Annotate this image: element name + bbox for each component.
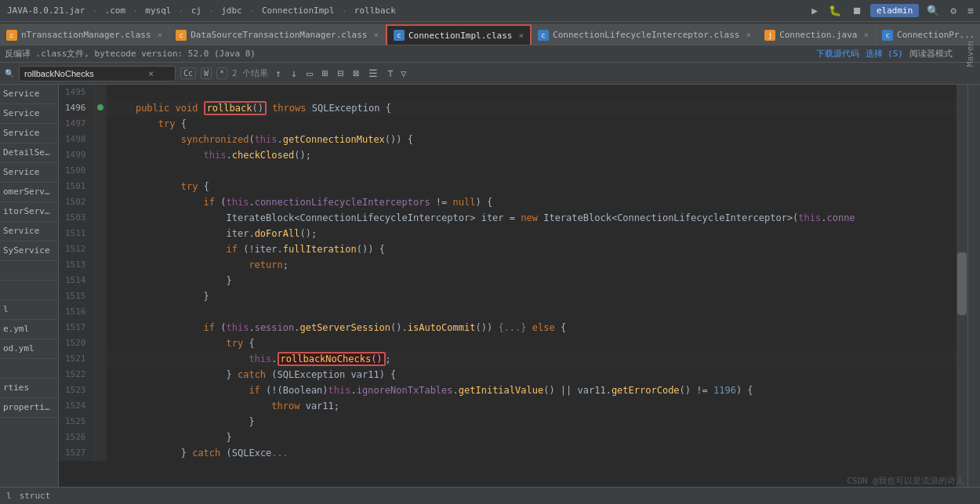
sidebar-item-eyml[interactable]: e.yml	[0, 320, 58, 339]
tab-connectionlifecycle[interactable]: c ConnectionLifecycleInterceptor.class ×	[532, 24, 758, 45]
search-option4-icon[interactable]: ☰	[366, 67, 380, 79]
rollbacknochecks-highlight: rollbackNoChecks()	[278, 352, 386, 366]
code-content: this.checkClosed();	[107, 147, 967, 163]
pkg-connectionimpl[interactable]: ConnectionImpl	[258, 4, 339, 17]
line-gutter	[94, 147, 107, 163]
table-row: 1520 try {	[59, 335, 967, 351]
line-gutter	[94, 273, 107, 288]
table-row: 1511 iter.doForAll();	[59, 226, 967, 241]
search-prev-button[interactable]: ↑	[273, 67, 284, 79]
code-scroll[interactable]: 1495 1496 public void rollback() throws …	[59, 85, 967, 504]
search-btn-w[interactable]: W	[201, 67, 212, 79]
search-option5-icon[interactable]: ⊤	[385, 67, 396, 79]
sidebar-item-service2[interactable]: Service	[0, 104, 58, 124]
code-content: throw var11;	[107, 398, 967, 414]
tab-ntransactionmanager[interactable]: c nTransactionManager.class ×	[0, 24, 169, 45]
line-gutter	[94, 100, 107, 116]
line-number: 1525	[59, 414, 94, 430]
line-number: 1498	[59, 132, 94, 147]
pkg-com[interactable]: .com	[101, 4, 130, 17]
search-btn-cc[interactable]: Cc	[180, 67, 196, 79]
code-content: try {	[107, 116, 967, 132]
table-row: 1515 }	[59, 288, 967, 304]
code-content: }	[107, 414, 967, 430]
tab-close-5[interactable]: ×	[863, 30, 869, 40]
sidebar-item-omerservice[interactable]: omerService	[0, 183, 58, 202]
search-global-icon[interactable]: 🔍	[924, 3, 942, 18]
pkg-mysql[interactable]: mysql	[141, 4, 175, 17]
run-button[interactable]: ▶	[808, 3, 821, 18]
table-row: 1516	[59, 304, 967, 320]
tab-label: ConnectionPr...	[897, 30, 975, 40]
filter-icon[interactable]: ▽	[401, 68, 406, 79]
line-gutter	[94, 398, 107, 414]
sidebar-item-service6[interactable]: Service	[0, 222, 58, 241]
line-number: 1500	[59, 163, 94, 179]
line-gutter	[94, 241, 107, 257]
menu-icon[interactable]: ≡	[964, 3, 977, 18]
vertical-scrollbar[interactable]	[956, 85, 967, 504]
sidebar-item-itorservice[interactable]: itorService	[0, 202, 58, 222]
debug-button[interactable]: 🐛	[826, 3, 844, 18]
settings-icon[interactable]: ⚙	[947, 3, 960, 18]
search-result-count: 2 个结果	[232, 67, 268, 79]
sidebar-item-service1[interactable]: Service	[0, 85, 58, 104]
download-source-button[interactable]: 下载源代码	[816, 48, 859, 60]
tab-connectionimpl[interactable]: c ConnectionImpl.class ×	[386, 24, 532, 45]
tab-icon-orange: c	[6, 30, 17, 41]
search-clear-icon[interactable]: ×	[145, 68, 157, 79]
sidebar-item-service5[interactable]: Service	[0, 163, 58, 183]
tab-close-3[interactable]: ×	[518, 31, 524, 41]
search-next-button[interactable]: ↓	[289, 67, 299, 79]
search-btn-star[interactable]: *	[216, 67, 227, 79]
sidebar-item-rties[interactable]: rties	[0, 379, 58, 398]
line-gutter	[94, 163, 107, 179]
search-scope-icon[interactable]: ▭	[304, 67, 315, 79]
line-number: 1502	[59, 194, 94, 210]
search-option3-icon[interactable]: ⊠	[351, 67, 362, 79]
line-gutter	[94, 116, 107, 132]
table-row: 1517 if (this.session.getServerSession()…	[59, 320, 967, 335]
sidebar-item-properties[interactable]: properties	[0, 398, 58, 418]
code-content	[107, 304, 967, 320]
stop-button[interactable]: ⏹	[849, 3, 866, 18]
search-option1-icon[interactable]: ⊞	[320, 67, 331, 79]
line-gutter	[94, 414, 107, 430]
select-button[interactable]: 选择 (S)	[866, 48, 904, 60]
tab-label: nTransactionManager.class	[21, 30, 151, 40]
table-row: 1496 public void rollback() throws SQLEx…	[59, 100, 967, 116]
line-number: 1526	[59, 430, 94, 445]
sidebar-item-l[interactable]: l	[0, 300, 58, 320]
search-input[interactable]	[24, 69, 142, 78]
line-gutter	[94, 304, 107, 320]
pkg-rollback[interactable]: rollback	[350, 4, 400, 17]
line-gutter	[94, 383, 107, 398]
top-bar: JAVA-8.0.21.jar · .com · mysql · cj · jd…	[0, 0, 980, 22]
search-option2-icon[interactable]: ⊟	[336, 67, 347, 79]
sidebar-item-syservice[interactable]: SyService	[0, 241, 58, 261]
tab-connection-java[interactable]: j Connection.java ×	[758, 24, 876, 45]
tab-icon-blue3: c	[882, 30, 893, 41]
sidebar-item-service3[interactable]: Service	[0, 124, 58, 143]
bottom-item-struct: struct	[20, 491, 51, 501]
table-row: 1503 IterateBlock<ConnectionLifecycleInt…	[59, 210, 967, 226]
maven-label: Maven	[965, 41, 975, 67]
sidebar-item-odyml[interactable]: od.yml	[0, 339, 58, 359]
search-input-wrap: ×	[19, 66, 176, 82]
tab-label-active: ConnectionImpl.class	[408, 31, 512, 41]
tab-datasourcetransactionmanager[interactable]: c DataSourceTransactionManager.class ×	[169, 24, 386, 45]
line-gutter	[94, 179, 107, 194]
jar-label[interactable]: JAVA-8.0.21.jar	[3, 4, 89, 17]
table-row: 1512 if (!iter.fullIteration()) {	[59, 241, 967, 257]
tab-close-1[interactable]: ×	[158, 30, 163, 40]
tab-close-4[interactable]: ×	[746, 30, 752, 40]
pkg-jdbc[interactable]: jdbc	[217, 4, 246, 17]
pkg-cj[interactable]: cj	[187, 4, 205, 17]
reading-mode-button[interactable]: 阅读器模式	[909, 48, 953, 60]
tab-icon-orange3: j	[764, 30, 775, 41]
tab-close-2[interactable]: ×	[373, 30, 379, 40]
tab-label: DataSourceTransactionManager.class	[191, 30, 367, 40]
sidebar-item-service4[interactable]: DetailService	[0, 143, 58, 163]
second-bar: 反编译 .class文件, bytecode version: 52.0 (Ja…	[0, 45, 980, 63]
scroll-thumb[interactable]	[957, 252, 967, 315]
